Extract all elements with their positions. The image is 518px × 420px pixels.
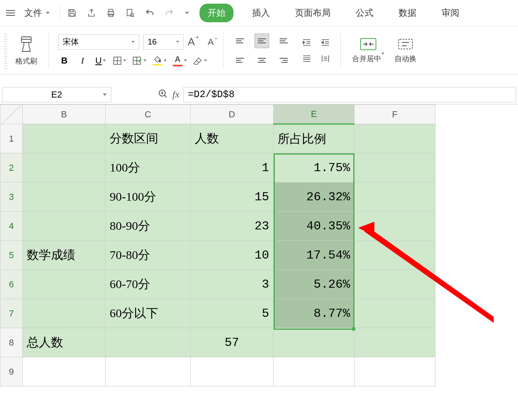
decrease-indent-icon[interactable] <box>301 37 312 48</box>
cell-selected[interactable]: 17.54% <box>274 241 355 270</box>
justify-icon[interactable] <box>301 53 312 64</box>
fill-color-button[interactable] <box>153 56 167 66</box>
align-bottom-icon[interactable] <box>276 34 291 48</box>
cell[interactable] <box>355 299 435 328</box>
row-header[interactable]: 3 <box>0 182 23 212</box>
tab-page-layout[interactable]: 页面布局 <box>289 4 337 22</box>
cell[interactable]: 23 <box>191 212 274 241</box>
cell-selected[interactable]: 8.77% <box>274 299 355 328</box>
cell-selected[interactable]: 40.35% <box>274 212 355 241</box>
cell[interactable]: 60分以下 <box>106 299 191 328</box>
cell[interactable]: 90-100分 <box>106 182 191 212</box>
row-header[interactable]: 7 <box>0 299 23 328</box>
cell[interactable] <box>23 357 106 386</box>
cell[interactable] <box>355 270 435 299</box>
name-box[interactable]: E2 <box>2 87 111 102</box>
cell[interactable] <box>106 328 191 357</box>
align-center-icon[interactable] <box>255 53 269 68</box>
cell[interactable] <box>355 328 435 357</box>
cell[interactable] <box>23 299 106 328</box>
cell[interactable] <box>23 124 106 153</box>
increase-font-icon[interactable]: A+ <box>188 36 195 48</box>
fx-label[interactable]: fx <box>172 89 179 100</box>
cell[interactable] <box>23 153 106 182</box>
cell[interactable]: 100分 <box>106 153 191 182</box>
cell[interactable]: 10 <box>191 241 274 270</box>
cell[interactable] <box>355 182 435 212</box>
align-right-icon[interactable] <box>276 53 291 68</box>
print-preview-icon[interactable] <box>125 7 136 19</box>
row-header[interactable]: 1 <box>0 124 23 153</box>
cell[interactable] <box>355 153 435 182</box>
cell[interactable] <box>106 357 191 386</box>
cell[interactable]: 3 <box>191 270 274 299</box>
cell[interactable]: 70-80分 <box>106 241 191 270</box>
save-icon[interactable] <box>66 7 78 19</box>
cell[interactable] <box>191 357 274 386</box>
spreadsheet-grid[interactable]: B C D E F 1 分数区间 人数 所占比例 2 100分 1 1.75% … <box>0 104 518 386</box>
cell[interactable]: 80-90分 <box>106 212 191 241</box>
cell[interactable]: 所占比例 <box>274 124 355 153</box>
cell[interactable] <box>274 328 355 357</box>
cell[interactable]: 57 <box>191 328 274 357</box>
cell[interactable] <box>355 357 435 386</box>
align-middle-icon[interactable] <box>255 34 269 48</box>
eraser-button[interactable] <box>193 56 207 65</box>
decrease-font-icon[interactable]: A− <box>208 37 214 47</box>
column-header[interactable]: E <box>274 105 355 124</box>
hamburger-icon[interactable] <box>6 10 15 16</box>
cell[interactable] <box>23 182 106 212</box>
file-menu[interactable]: 文件 <box>20 5 54 21</box>
select-all-corner[interactable] <box>0 105 23 124</box>
row-header[interactable]: 5 <box>0 241 23 270</box>
tab-formulas[interactable]: 公式 <box>349 4 380 22</box>
underline-button[interactable]: U <box>95 55 107 67</box>
font-size-select[interactable]: 16 <box>143 34 184 50</box>
tab-review[interactable]: 审阅 <box>435 4 466 22</box>
distribute-icon[interactable] <box>320 53 331 64</box>
row-header[interactable]: 4 <box>0 212 23 241</box>
auto-wrap-group[interactable]: 自动换 <box>393 38 418 64</box>
tab-data[interactable]: 数据 <box>392 4 423 22</box>
tab-home[interactable]: 开始 <box>200 4 234 22</box>
cell[interactable]: 5 <box>191 299 274 328</box>
cell[interactable] <box>23 212 106 241</box>
more-icon[interactable] <box>183 7 189 19</box>
cell-style-button[interactable] <box>132 56 146 65</box>
redo-icon[interactable] <box>163 7 175 19</box>
cell[interactable]: 1 <box>191 153 274 182</box>
cell[interactable]: 15 <box>191 182 274 212</box>
font-name-select[interactable]: 宋体 <box>58 34 139 50</box>
cell-selected[interactable]: 5.26% <box>274 270 355 299</box>
column-header[interactable]: F <box>355 105 435 124</box>
bold-button[interactable]: B <box>58 55 70 67</box>
merge-center-group[interactable]: 合并居中 <box>350 38 386 64</box>
column-header[interactable]: D <box>191 105 274 124</box>
align-top-icon[interactable] <box>233 34 247 48</box>
cell-selected[interactable]: 26.32% <box>274 182 355 212</box>
zoom-icon[interactable] <box>158 89 168 101</box>
cell[interactable] <box>355 212 435 241</box>
share-icon[interactable] <box>86 7 97 19</box>
cell[interactable]: 人数 <box>191 124 274 153</box>
cell[interactable] <box>274 357 355 386</box>
column-header[interactable]: B <box>23 105 106 124</box>
cell[interactable] <box>23 270 106 299</box>
cell[interactable]: 数学成绩 <box>23 241 106 270</box>
print-icon[interactable] <box>105 7 117 19</box>
cell[interactable]: 总人数 <box>23 328 106 357</box>
border-button[interactable] <box>113 56 126 65</box>
row-header[interactable]: 9 <box>0 357 23 386</box>
cell[interactable]: 60-70分 <box>106 270 191 299</box>
column-header[interactable]: C <box>106 105 191 124</box>
align-left-icon[interactable] <box>233 53 247 68</box>
cell[interactable]: 分数区间 <box>106 124 191 153</box>
row-header[interactable]: 8 <box>0 328 23 357</box>
row-header[interactable]: 6 <box>0 270 23 299</box>
font-color-button[interactable]: A <box>173 55 187 66</box>
cell-active[interactable]: 1.75% <box>274 153 355 182</box>
cell[interactable] <box>355 241 435 270</box>
increase-indent-icon[interactable] <box>320 37 331 48</box>
format-painter-group[interactable]: 格式刷 <box>13 35 39 66</box>
row-header[interactable]: 2 <box>0 153 23 182</box>
